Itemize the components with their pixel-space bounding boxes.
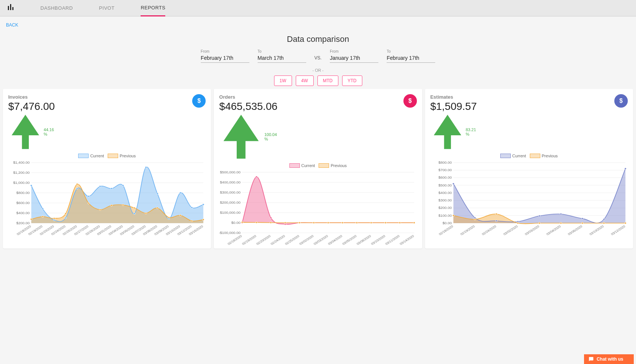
chat-widget[interactable]: Chat with us (584, 354, 634, 364)
chart-legend: Current Previous (219, 163, 417, 168)
card-estimates: Estimates $1,509.57 83.21 % $ Current Pr… (425, 89, 633, 249)
quick-ytd[interactable]: YTD (342, 75, 362, 86)
svg-text:$400.00: $400.00 (16, 211, 30, 215)
svg-point-16 (99, 185, 101, 187)
svg-point-144 (624, 222, 626, 224)
svg-point-86 (256, 222, 258, 223)
to-value: February 17th (387, 53, 435, 61)
svg-text:02/19/2020: 02/19/2020 (241, 234, 257, 244)
svg-point-15 (88, 195, 90, 197)
svg-point-35 (133, 207, 135, 209)
svg-point-97 (414, 222, 415, 223)
svg-point-89 (299, 222, 301, 223)
legend-current[interactable]: Current (500, 154, 526, 158)
svg-text:03/06/2020: 03/06/2020 (567, 224, 583, 235)
svg-point-137 (474, 218, 476, 220)
from-label: From (330, 49, 378, 53)
svg-text:03/08/2020: 03/08/2020 (356, 234, 372, 244)
tab-dashboard[interactable]: DASHBOARD (40, 0, 73, 16)
date-range-row: From February 17th To March 17th VS. Fro… (0, 49, 636, 63)
quick-1w[interactable]: 1W (274, 75, 292, 86)
quick-4w[interactable]: 4W (296, 75, 314, 86)
svg-text:$300,000.00: $300,000.00 (220, 190, 241, 194)
svg-text:$1,000.00: $1,000.00 (13, 181, 30, 184)
card-delta: 44.16 % (8, 115, 55, 149)
svg-text:02/24/2020: 02/24/2020 (481, 224, 497, 235)
svg-point-17 (111, 188, 113, 189)
svg-point-14 (76, 188, 78, 189)
svg-text:-$100,000.00: -$100,000.00 (219, 231, 240, 234)
card-delta: 100.04 % (219, 115, 277, 159)
svg-point-27 (42, 216, 44, 217)
tab-reports[interactable]: REPORTS (141, 0, 165, 16)
tab-pivot[interactable]: PIVOT (99, 0, 115, 16)
chat-icon (589, 357, 594, 362)
svg-text:$1,200.00: $1,200.00 (13, 170, 30, 174)
svg-point-28 (53, 218, 55, 219)
svg-rect-1 (10, 4, 11, 10)
svg-point-29 (65, 213, 67, 214)
svg-point-12 (53, 219, 55, 221)
svg-point-19 (133, 213, 135, 214)
arrow-up-icon (219, 115, 263, 159)
to-label: To (258, 49, 306, 53)
date-to-left[interactable]: To March 17th (258, 49, 306, 63)
svg-point-37 (157, 207, 159, 209)
svg-text:$500,000.00: $500,000.00 (220, 170, 241, 174)
svg-point-91 (328, 222, 329, 223)
svg-point-141 (560, 222, 562, 224)
svg-text:02/24/2020: 02/24/2020 (270, 234, 286, 244)
svg-text:$600.00: $600.00 (16, 201, 30, 204)
svg-point-40 (191, 220, 193, 222)
from-value: February 17th (201, 53, 249, 61)
svg-text:$800.00: $800.00 (438, 160, 452, 164)
arrow-up-icon (430, 115, 465, 149)
svg-rect-2 (12, 7, 13, 10)
chart-orders[interactable]: -$100,000.00$0.00$100,000.00$200,000.00$… (219, 170, 417, 245)
dollar-fab[interactable]: $ (403, 94, 417, 108)
svg-text:$700.00: $700.00 (438, 168, 452, 172)
svg-point-21 (157, 193, 159, 194)
svg-point-127 (452, 183, 454, 184)
legend-current[interactable]: Current (78, 154, 104, 158)
svg-text:03/02/2020: 03/02/2020 (299, 234, 314, 244)
svg-point-87 (270, 222, 272, 223)
back-link[interactable]: BACK (6, 22, 636, 28)
svg-point-41 (202, 219, 204, 220)
card-title: Orders (219, 94, 277, 100)
svg-text:03/04/2020: 03/04/2020 (546, 224, 561, 235)
legend-previous[interactable]: Previous (530, 154, 558, 158)
chart-estimates[interactable]: $0.00$100.00$200.00$300.00$400.00$500.00… (430, 160, 628, 235)
svg-point-32 (99, 209, 101, 210)
vs-label: VS. (314, 55, 322, 63)
to-label: To (387, 49, 435, 53)
quick-mtd[interactable]: MTD (317, 75, 338, 86)
svg-point-94 (371, 222, 372, 223)
date-to-right[interactable]: To February 17th (387, 49, 435, 63)
dollar-fab[interactable]: $ (192, 94, 206, 108)
chart-invoices[interactable]: $200.00$400.00$600.00$800.00$1,000.00$1,… (8, 160, 206, 235)
svg-point-88 (285, 222, 286, 223)
svg-text:$100,000.00: $100,000.00 (220, 210, 241, 214)
svg-point-38 (168, 217, 170, 218)
svg-text:$200,000.00: $200,000.00 (220, 200, 241, 204)
svg-text:02/18/2020: 02/18/2020 (438, 224, 454, 235)
svg-text:$200.00: $200.00 (16, 221, 30, 225)
legend-previous[interactable]: Previous (319, 163, 347, 168)
svg-text:02/19/2020: 02/19/2020 (460, 224, 475, 235)
svg-point-140 (538, 222, 540, 224)
card-invoices: Invoices $7,476.00 44.16 % $ Current Pre… (3, 89, 211, 249)
svg-point-96 (399, 222, 401, 223)
date-from-left[interactable]: From February 17th (201, 49, 249, 63)
logo-icon (7, 4, 14, 12)
svg-text:03/03/2020: 03/03/2020 (313, 234, 329, 244)
svg-point-36 (145, 212, 147, 214)
svg-text:$0.00: $0.00 (231, 220, 241, 224)
dollar-fab[interactable]: $ (614, 94, 628, 108)
svg-point-136 (452, 215, 454, 216)
svg-point-39 (179, 215, 181, 216)
legend-current[interactable]: Current (289, 163, 315, 168)
svg-text:02/18/2020: 02/18/2020 (227, 234, 243, 244)
legend-previous[interactable]: Previous (108, 154, 136, 158)
date-from-right[interactable]: From January 17th (330, 49, 378, 63)
